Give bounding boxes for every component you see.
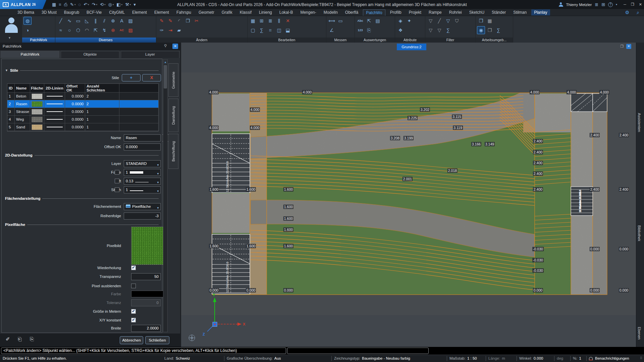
tools-icon[interactable]: ⚒▾ [124,1,132,8]
farbe-select[interactable]: 1▼ [124,169,161,176]
keyboard-icon[interactable]: ⌗ [58,1,62,8]
viewport-close-icon[interactable]: ✕ [626,44,631,49]
ribbon-tab-rohrlei[interactable]: Rohrlei [446,9,465,15]
spline-icon[interactable]: ∿ [65,17,73,25]
status-deg[interactable]: deg [557,356,565,360]
close-dialog-button[interactable]: Schließen [145,336,169,344]
line-icon[interactable]: ╱ [57,17,65,25]
offset-icon[interactable]: ⇱ [92,26,100,34]
panel-close-icon[interactable]: ✕ [172,44,178,49]
allplan-logo[interactable]: Λ ALLPLAN 26 [0,0,46,9]
docked-panel-bibliothek[interactable]: Bibliothek [637,225,641,241]
stift-select[interactable]: 0.13▼ [124,178,161,185]
wiederholung-checkbox[interactable] [131,265,136,270]
box-icon[interactable]: ▢ [249,26,257,34]
ribbon-tab-rampe[interactable]: Rampe [426,9,444,15]
find-icon[interactable]: ◌ [77,1,82,8]
ribbon-tab-profilb[interactable]: Profilb [387,9,404,15]
mesh-icon[interactable]: ⌗ [266,26,274,34]
workspace-icon[interactable]: ◉ [477,26,485,34]
pipette-icon[interactable]: ✐ [3,336,12,344]
status--[interactable]: %:1 [573,356,581,360]
delete-style-button[interactable]: X [142,74,161,81]
ribbon-tab-baugrub[interactable]: Baugrub [61,9,82,15]
redo-icon[interactable]: ↷▾ [91,1,98,8]
settings-gear-icon[interactable]: ⚙ [625,10,630,15]
ribbon-tab-projekt[interactable]: Projekt [406,9,424,15]
rows-icon[interactable]: ≣ [266,17,274,25]
profile-dropdown-icon[interactable]: ▼ [8,36,11,40]
server-icon[interactable]: ≣ [595,2,598,7]
minimize-button[interactable]: ─ [624,2,626,7]
notifications-link[interactable]: Benachrichtigungen [595,356,629,360]
ribbon-tab-stilman[interactable]: Stilman [511,9,529,15]
refresh-icon[interactable]: ⟲▾ [99,1,106,8]
columns-icon[interactable]: ⫼ [275,17,283,25]
stift-checkbox[interactable] [115,179,119,183]
ribbon-tab-3d-bema[interactable]: 3D Bema [15,9,37,15]
ribbon-tab-sketchu[interactable]: SketchU [467,9,487,15]
style-row-beton[interactable]: 1Beton0.00002 [7,93,158,100]
attribute-set-icon[interactable]: ❖ [396,26,405,34]
toolbar-options-icon[interactable]: ▾ [132,1,137,8]
pen-icon[interactable]: ✎ [158,17,166,25]
xy-konstant-checkbox[interactable] [131,318,136,322]
hatch-icon[interactable]: ▨ [126,17,135,25]
ribbon-tab-mengen-[interactable]: Mengen- [298,9,319,15]
panel-tab-objekte[interactable]: Objekte [61,51,119,58]
undo-icon[interactable]: ↶▾ [83,1,90,8]
wheel-icon[interactable]: ⊛ [109,26,117,34]
panel-tab-layer[interactable]: Layer [121,51,179,58]
open-favorite-icon[interactable]: ⎗ [15,336,24,344]
status-l-nge-[interactable]: Länge:m [488,356,505,360]
maximize-button[interactable]: ❒ [631,2,634,7]
transparenz-input[interactable]: 50 [131,273,161,280]
window-icon[interactable]: ❒ [477,17,485,25]
angle-measure-icon[interactable]: ∠ [328,26,336,34]
filter-line-icon[interactable]: ╱ [435,17,443,25]
ribbon-tab-element[interactable]: Element [129,9,150,15]
docked-panel-assistenten[interactable]: Assistenten [637,113,641,132]
flaechenelement-select[interactable]: Pixelfläche▼ [124,203,161,210]
profile-zone[interactable]: ▼ [0,16,22,43]
docked-panel-ebenen[interactable]: Ebenen [637,327,641,340]
search-icon[interactable]: ⌕ [637,10,639,15]
grid2-icon[interactable]: ▦ [486,17,494,25]
panel-scrollbar[interactable]: ▲ [163,59,168,332]
arc-icon[interactable]: ◠ [83,26,91,34]
report-icon[interactable]: ▤ [374,17,382,25]
brush-icon[interactable]: ✑ [158,26,166,34]
layer-select[interactable]: STANDARD▼ [124,160,161,167]
pin-icon[interactable]: ⚲ [164,44,167,48]
scroll-up-icon[interactable]: ▲ [163,60,167,64]
attribute-icon[interactable]: ◈ [396,17,405,25]
export-icon[interactable]: ⇱ [365,17,373,25]
split-icon[interactable]: ◫ [275,26,283,34]
save-favorite-icon[interactable]: ⎘ [28,336,36,344]
filter-blue-icon[interactable]: ▽ [444,17,452,25]
filter-gray-icon[interactable]: ▽ [427,26,435,34]
copy-report-icon[interactable]: ⎘ [365,26,373,34]
format-icon[interactable]: ▰ [175,26,183,34]
patchwork-icon[interactable]: ◍ [23,17,32,25]
style-row-rasen[interactable]: 2Rasen0.00002 [7,100,158,108]
style-row-weg[interactable]: 4Weg0.00001 [7,116,158,123]
ribbon-tab-modelln[interactable]: Modelln [321,9,340,15]
reihenfolge-input[interactable]: -3 [124,213,161,220]
status-zeichnungstyp-[interactable]: Zeichnungstyp:Baueingabe - Neubau farbig [334,356,410,360]
panels-icon[interactable]: ▦ [51,1,57,8]
ribbon-tab-citygml[interactable]: CityGML [106,9,127,15]
command-prompt[interactable]: <PatchWork ändern> Stilpunkt wählen... (… [1,348,286,354]
ruler-icon[interactable]: ▭ [336,17,344,25]
layers-icon[interactable]: ◧▾ [115,1,123,8]
cancel-button[interactable]: Abbrechen [120,336,143,344]
polygon-icon[interactable]: ⬡ [74,26,82,34]
pixelbild-preview[interactable] [131,227,167,265]
farbe-checkbox[interactable] [115,170,119,175]
filter-gray2-icon[interactable]: ▽ [435,26,443,34]
wave-icon[interactable]: ≈ [57,26,65,34]
angle-icon[interactable]: ◺ [83,17,91,25]
scrollbar-thumb[interactable] [164,65,167,88]
user-avatar-icon[interactable] [559,2,563,7]
filter-sum-icon[interactable]: ∑ [444,26,452,34]
